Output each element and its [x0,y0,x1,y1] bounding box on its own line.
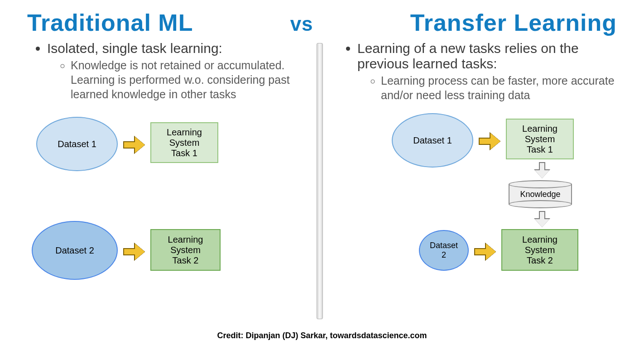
right-sub-list: Learning process can be faster, more acc… [357,73,626,102]
left-bullet: Isolated, single task learning: Knowledg… [47,41,316,101]
learning-system-2-box: Learning System Task 2 [150,229,221,271]
right-bullet-text: Learning of a new tasks relies on the pr… [357,41,579,71]
learning-system-2-box: Learning System Task 2 [501,229,578,271]
learning-system-2-label: Learning System Task 2 [168,235,203,266]
arrow-down-icon [535,211,549,227]
right-diagram: Dataset 1 Learning System Task 1 Knowled… [337,113,626,303]
left-column: Isolated, single task learning: Knowledg… [27,41,316,319]
columns-wrapper: Isolated, single task learning: Knowledg… [0,41,644,319]
learning-system-1-box: Learning System Task 1 [150,122,218,163]
title-traditional-ml: Traditional ML [27,9,193,36]
dataset1-label: Dataset 1 [58,139,96,149]
title-transfer-learning: Transfer Learning [410,9,617,36]
cylinder-top [509,180,572,188]
dataset1-ellipse: Dataset 1 [392,113,473,168]
dataset2-ellipse: Dataset 2 [32,221,118,280]
arrow-right-icon [123,137,145,153]
arrow-right-icon [474,244,496,260]
left-sub-bullet: Knowledge is not retained or accumulated… [71,58,316,101]
knowledge-cylinder: Knowledge [509,180,572,208]
right-sub-bullet: Learning process can be faster, more acc… [381,73,626,102]
right-bullet: Learning of a new tasks relies on the pr… [357,41,626,102]
arrow-right-icon [479,133,500,149]
right-column: Learning of a new tasks relies on the pr… [324,41,626,319]
arrow-down-icon [535,162,549,178]
learning-system-1-label: Learning System Task 1 [167,127,202,158]
right-bullet-list: Learning of a new tasks relies on the pr… [337,41,626,102]
left-diagram: Dataset 1 Learning System Task 1 Dataset… [27,112,316,302]
dataset2-label: Dataset 2 [430,241,458,260]
divider-bar [317,43,323,319]
learning-system-2-label: Learning System Task 2 [522,235,557,266]
cylinder-bottom [509,200,572,208]
dataset2-ellipse: Dataset 2 [419,230,469,271]
dataset1-ellipse: Dataset 1 [36,117,118,171]
learning-system-1-box: Learning System Task 1 [506,119,574,159]
title-bar: Traditional ML vs Transfer Learning [0,0,644,41]
dataset2-label: Dataset 2 [55,245,94,256]
left-bullet-list: Isolated, single task learning: Knowledg… [27,41,316,101]
arrow-right-icon [123,244,145,260]
dataset1-label: Dataset 1 [413,135,452,146]
knowledge-label: Knowledge [520,190,560,199]
title-vs: vs [290,13,313,35]
left-bullet-text: Isolated, single task learning: [47,41,222,56]
learning-system-1-label: Learning System Task 1 [522,124,557,155]
credit-line: Credit: Dipanjan (DJ) Sarkar, towardsdat… [0,331,644,340]
left-sub-list: Knowledge is not retained or accumulated… [47,58,316,101]
vertical-divider [316,41,324,319]
